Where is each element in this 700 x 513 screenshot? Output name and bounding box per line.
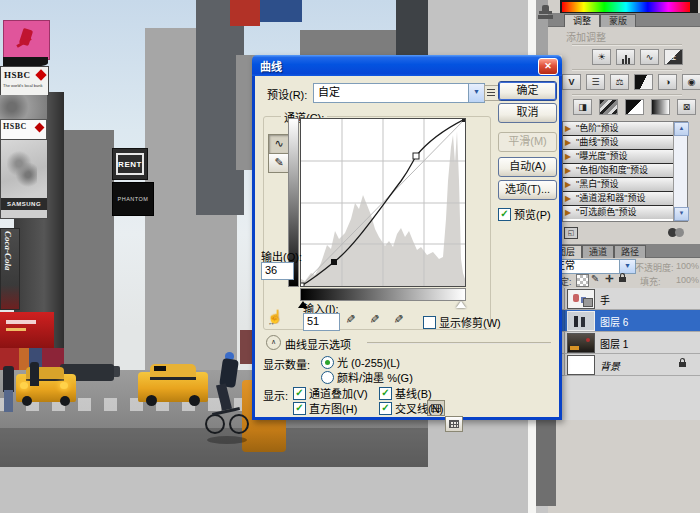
layer-thumbnail[interactable]	[567, 333, 595, 353]
preset-row-hue-saturation[interactable]: ▶"色相/饱和度"预设	[563, 164, 687, 178]
exposure-icon[interactable]: ±	[664, 49, 683, 65]
gray-point-eyedropper-icon[interactable]: ✎	[367, 314, 381, 324]
photo-filter-icon[interactable]: ◑	[658, 74, 677, 90]
expanded-view-icon[interactable]: ◱	[564, 227, 578, 239]
chevron-down-icon[interactable]: ▼	[619, 260, 635, 273]
preset-row-selective-color[interactable]: ▶"可选颜色"预设	[563, 206, 687, 219]
ok-button[interactable]: 确定	[498, 81, 557, 101]
color-spectrum-bar[interactable]	[560, 0, 698, 14]
lock-paint-icon[interactable]: ✎	[591, 273, 599, 284]
show-clipping-checkbox[interactable]: ✓ 显示修剪(W)	[423, 314, 501, 330]
cancel-button[interactable]: 取消	[498, 103, 557, 123]
black-point-eyedropper-icon[interactable]: ✎	[343, 314, 357, 324]
tab-paths[interactable]: 路径	[614, 245, 646, 258]
brightness-contrast-icon[interactable]: ☀	[592, 49, 611, 65]
curve-point-tool[interactable]: ∿	[268, 134, 290, 154]
curves-icon[interactable]: ∿	[640, 49, 659, 65]
layer-thumbnail[interactable]	[567, 355, 595, 375]
options-button[interactable]: 选项(T)...	[498, 180, 557, 200]
presets-scrollbar[interactable]: ▲ ▼	[673, 122, 687, 221]
tab-channels[interactable]: 通道	[582, 245, 614, 258]
expand-arrow-icon[interactable]: ▶	[565, 136, 571, 149]
preset-select[interactable]: 自定▼	[313, 83, 485, 103]
dock-dark-edge	[548, 420, 556, 506]
layer-row-background[interactable]: 背景	[548, 354, 700, 376]
tab-masks[interactable]: 蒙版	[600, 14, 636, 27]
levels-icon[interactable]	[616, 49, 635, 65]
layer-name[interactable]: 手	[600, 292, 610, 307]
checkbox-check-icon[interactable]: ✓	[293, 387, 306, 400]
layer-row-layer6-selected[interactable]: 图层 6	[548, 310, 700, 332]
color-balance-icon[interactable]: ⚖	[610, 74, 629, 90]
light-radio[interactable]: 光 (0-255)(L)	[321, 354, 400, 370]
channel-overlay-checkbox[interactable]: ✓ 通道叠加(V)	[293, 385, 368, 401]
highlight-slider[interactable]	[456, 301, 466, 308]
checkbox-check-icon[interactable]: ✓	[379, 387, 392, 400]
layer-thumbnail[interactable]	[567, 289, 595, 309]
separator	[572, 94, 682, 95]
hue-saturation-icon[interactable]: ☰	[586, 74, 605, 90]
scroll-up-icon[interactable]: ▲	[674, 122, 689, 136]
lock-all-icon[interactable]	[619, 277, 626, 282]
curve-grid[interactable]	[300, 118, 466, 287]
white-point-eyedropper-icon[interactable]: ✎	[391, 314, 405, 324]
checkbox-check-icon[interactable]: ✓	[498, 208, 511, 221]
blend-mode-select[interactable]: 正常▼	[550, 259, 636, 274]
vibrance-icon[interactable]: V	[562, 74, 581, 90]
stamp-base	[538, 15, 553, 19]
intersection-checkbox[interactable]: ✓ 交叉线(N)	[379, 400, 443, 416]
curve-pencil-tool[interactable]: ✎	[268, 154, 290, 173]
opacity-value[interactable]: 100%	[676, 261, 699, 271]
layer-name[interactable]: 背景	[600, 358, 620, 373]
close-icon[interactable]: ✕	[538, 58, 558, 75]
checkbox-check-icon[interactable]: ✓	[293, 402, 306, 415]
auto-button[interactable]: 自动(A)	[498, 157, 557, 177]
clip-to-layer-icon[interactable]	[668, 228, 686, 237]
preset-row-black-white[interactable]: ▶"黑白"预设	[563, 178, 687, 192]
black-white-icon[interactable]	[634, 74, 653, 90]
input-field[interactable]: 51	[303, 313, 340, 331]
layer-row-hand[interactable]: 手	[548, 288, 700, 310]
chevron-down-icon[interactable]: ▼	[468, 84, 484, 102]
clone-stamp-dock-icon[interactable]	[538, 3, 554, 21]
layer-name[interactable]: 图层 6	[600, 314, 628, 329]
invert-icon[interactable]: ◨	[573, 99, 592, 115]
expand-arrow-icon[interactable]: ▶	[565, 178, 571, 191]
on-image-adjust-tool[interactable]: ☝↔	[267, 309, 285, 329]
layer-thumbnail[interactable]	[567, 311, 595, 331]
dialog-titlebar[interactable]: 曲线 ✕	[252, 55, 562, 76]
channel-mixer-icon[interactable]: ◉	[682, 74, 700, 90]
lock-transparency-icon[interactable]	[576, 274, 589, 287]
output-field[interactable]: 36	[261, 262, 294, 280]
histogram-checkbox[interactable]: ✓ 直方图(H)	[293, 400, 357, 416]
layer-row-layer1[interactable]: 图层 1	[548, 332, 700, 354]
preset-row-channel-mixer[interactable]: ▶"通道混和器"预设	[563, 192, 687, 206]
lock-move-icon[interactable]: ✛	[605, 273, 613, 284]
baseline-checkbox[interactable]: ✓ 基线(B)	[379, 385, 432, 401]
expand-arrow-icon[interactable]: ▶	[565, 164, 571, 177]
tab-adjustments[interactable]: 调整	[564, 14, 600, 27]
preset-row-levels[interactable]: ▶"色阶"预设	[563, 122, 687, 136]
preset-row-curves[interactable]: ▶"曲线"预设	[563, 136, 687, 150]
expand-arrow-icon[interactable]: ▶	[565, 150, 571, 163]
scroll-down-icon[interactable]: ▼	[674, 207, 689, 221]
preview-checkbox[interactable]: ✓ 预览(P)	[498, 206, 551, 222]
posterize-icon[interactable]	[599, 99, 618, 115]
layer-name[interactable]: 图层 1	[600, 336, 628, 351]
detailed-grid-icon[interactable]	[445, 416, 463, 432]
expand-arrow-icon[interactable]: ▶	[565, 206, 571, 219]
expand-arrow-icon[interactable]: ▶	[565, 192, 571, 205]
checkbox-check-icon[interactable]: ✓	[379, 402, 392, 415]
radio-icon[interactable]	[321, 371, 334, 384]
checkbox-empty-icon[interactable]: ✓	[423, 316, 436, 329]
pigment-radio[interactable]: 颜料/油墨 %(G)	[321, 369, 413, 385]
gradient-map-icon[interactable]	[651, 99, 670, 115]
threshold-icon[interactable]	[625, 99, 644, 115]
expand-arrow-icon[interactable]: ▶	[565, 122, 571, 135]
billboard-red-top	[230, 0, 260, 26]
preset-row-exposure[interactable]: ▶"曝光度"预设	[563, 150, 687, 164]
selective-color-icon[interactable]: ⊠	[677, 99, 696, 115]
fill-value[interactable]: 100%	[676, 275, 699, 285]
collapse-section-icon[interactable]: ∧	[266, 335, 281, 350]
radio-selected-icon[interactable]	[321, 356, 334, 369]
